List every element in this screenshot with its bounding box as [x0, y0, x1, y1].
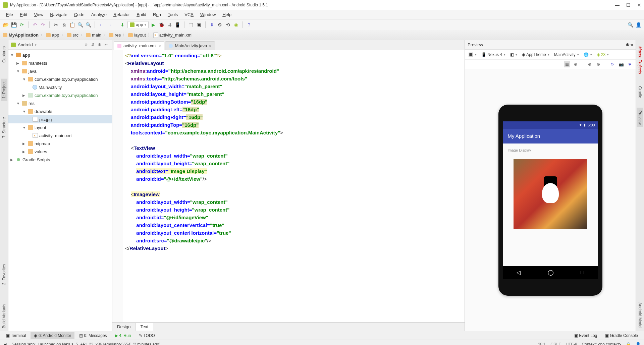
gear-icon[interactable]: ✱	[626, 42, 629, 47]
home-nav-icon[interactable]: ◯	[548, 269, 554, 276]
zoom-actual-icon[interactable]: ⊕	[573, 61, 579, 67]
find-icon[interactable]: 🔍	[77, 22, 83, 28]
tree-pic[interactable]: pic.jpg	[8, 115, 112, 123]
replace-icon[interactable]: 🔍	[85, 22, 91, 28]
tab-messages[interactable]: ▤ 0: Messages	[76, 332, 110, 339]
palette-dropdown[interactable]: 🔳	[467, 52, 478, 58]
code-lines[interactable]: <?xml version="1.0" encoding="utf-8"?> <…	[122, 50, 465, 322]
tab-build-variants[interactable]: Build Variants	[1, 301, 7, 331]
project-structure-icon[interactable]: ⚙	[217, 22, 223, 28]
tree-gradle[interactable]: ▶Gradle Scripts	[8, 156, 112, 164]
tab-structure[interactable]: 7: Structure	[1, 114, 7, 140]
status-inspector-icon[interactable]: 👤	[636, 342, 641, 345]
tree-mipmap[interactable]: ▶mipmap	[8, 139, 112, 148]
status-expand-icon[interactable]: ▣	[3, 342, 7, 345]
menu-edit[interactable]: Edit	[16, 11, 31, 18]
refresh-icon[interactable]: ⟳	[609, 61, 615, 67]
zoom-out-icon[interactable]: ⊖	[595, 61, 601, 67]
menu-analyze[interactable]: Analyze	[88, 11, 110, 18]
hide-preview-icon[interactable]: ⇥	[629, 42, 633, 47]
cut-icon[interactable]: ✂	[53, 22, 59, 28]
tab-gradle[interactable]: Gradle	[637, 83, 643, 101]
save-icon[interactable]: 💾	[11, 22, 17, 28]
zoom-in-icon[interactable]: ⊕	[587, 61, 593, 67]
status-encoding[interactable]: UTF-8	[566, 342, 577, 345]
tab-captures[interactable]: Captures	[1, 44, 7, 65]
tab-text[interactable]: Text	[136, 323, 153, 331]
menu-code[interactable]: Code	[71, 11, 88, 18]
search-everywhere-icon[interactable]: 🔍	[627, 22, 633, 28]
paste-icon[interactable]: 📋	[69, 22, 75, 28]
tab-run[interactable]: ▶ 4: Run	[112, 332, 135, 339]
collapse-icon[interactable]: ⊕	[85, 43, 89, 47]
tree-values[interactable]: ▶values	[8, 148, 112, 156]
tab-terminal[interactable]: ▣ Terminal	[3, 332, 29, 339]
status-position[interactable]: 28:1	[538, 342, 546, 345]
crumb-res[interactable]: res	[109, 33, 121, 38]
menu-tools[interactable]: Tools	[164, 11, 181, 18]
crumb-layout[interactable]: layout	[128, 33, 146, 38]
locale-dropdown[interactable]: 🌐	[582, 52, 593, 58]
tab-android-model[interactable]: Android Model	[637, 300, 643, 331]
tree-activity-main[interactable]: activity_main.xml	[8, 131, 112, 139]
tree-app[interactable]: ▼app	[8, 51, 112, 59]
api-dropdown[interactable]: ◉23	[595, 52, 610, 58]
settings-preview-icon[interactable]: ✱	[627, 61, 633, 67]
menu-navigate[interactable]: Navigate	[47, 11, 70, 18]
tree-res[interactable]: ▼res	[8, 99, 112, 107]
tree-layout[interactable]: ▼layout	[8, 123, 112, 131]
activity-dropdown[interactable]: MainActivity	[553, 52, 580, 58]
tab-activity-main-xml[interactable]: activity_main.xml ×	[114, 41, 164, 50]
menu-run[interactable]: Run	[150, 11, 164, 18]
theme-dropdown[interactable]: ◉AppTheme	[521, 52, 551, 58]
recent-nav-icon[interactable]: □	[581, 270, 584, 276]
menu-view[interactable]: View	[31, 11, 47, 18]
android-device-icon[interactable]: ◉	[233, 22, 239, 28]
open-icon[interactable]: 📂	[3, 22, 9, 28]
code-editor[interactable]: <?xml version="1.0" encoding="utf-8"?> <…	[112, 50, 465, 322]
fit-icon[interactable]: ▦	[564, 61, 570, 67]
close-tab-icon[interactable]: ×	[209, 44, 211, 48]
help-icon[interactable]: ?	[246, 22, 252, 28]
tree-drawable[interactable]: ▼drawable	[8, 107, 112, 115]
crumb-app[interactable]: app	[46, 33, 59, 38]
close-tab-icon[interactable]: ×	[159, 44, 161, 48]
sync-gradle-icon[interactable]: ⟲	[225, 22, 231, 28]
tab-maven[interactable]: Maven Projects	[637, 44, 643, 77]
avd-icon[interactable]: ▣	[196, 22, 202, 28]
copy-icon[interactable]: ⎘	[61, 22, 67, 28]
tree-mainactivity[interactable]: MainActivity	[8, 83, 112, 91]
tab-project[interactable]: 1: Project	[1, 79, 7, 101]
close-button[interactable]: ✕	[637, 2, 641, 8]
sdk-icon[interactable]: ⬇	[209, 22, 215, 28]
status-context[interactable]: Context: <no context>	[582, 342, 621, 345]
screenshot-icon[interactable]: 📷	[618, 61, 624, 67]
maximize-button[interactable]: ☐	[626, 2, 631, 8]
back-icon[interactable]: ←	[98, 22, 104, 28]
project-view-selector[interactable]: Android	[18, 42, 33, 47]
tab-design[interactable]: Design	[112, 323, 136, 331]
menu-build[interactable]: Build	[133, 11, 150, 18]
module-selector[interactable]: app ▾	[127, 21, 149, 28]
device-icon[interactable]: 📱	[175, 22, 181, 28]
crumb-root[interactable]: MyApplication	[3, 33, 39, 38]
status-line-sep[interactable]: CRLF	[550, 342, 561, 345]
device-dropdown[interactable]: 📱 Nexus 4	[480, 52, 507, 58]
menu-file[interactable]: File	[3, 11, 16, 18]
redo-icon[interactable]: ↷	[40, 22, 46, 28]
back-nav-icon[interactable]: ◁	[517, 269, 521, 276]
tree-manifests[interactable]: ▶manifests	[8, 59, 112, 67]
undo-icon[interactable]: ↶	[32, 22, 38, 28]
debug-icon[interactable]: 🐞	[159, 22, 165, 28]
crumb-main[interactable]: main	[86, 33, 101, 38]
crumb-file[interactable]: activity_main.xml	[153, 33, 193, 38]
minimize-button[interactable]: —	[615, 2, 620, 8]
status-lock-icon[interactable]: 🔒	[626, 342, 631, 345]
attach-icon[interactable]: ⇊	[167, 22, 173, 28]
tab-mainactivity-java[interactable]: MainActivity.java ×	[165, 41, 215, 50]
hide-icon[interactable]: ⇤	[105, 43, 109, 47]
tab-preview[interactable]: Preview	[637, 108, 643, 127]
tab-gradle-console[interactable]: ▣ Gradle Console	[602, 332, 641, 339]
crumb-src[interactable]: src	[67, 33, 78, 38]
tab-event-log[interactable]: ▣ Event Log	[571, 332, 600, 339]
